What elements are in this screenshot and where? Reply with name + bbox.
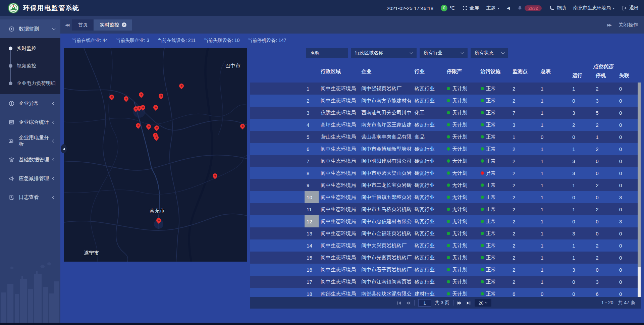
fullscreen-button[interactable]: 全屏	[462, 5, 479, 11]
col-stopped[interactable]: 停机	[594, 72, 617, 83]
tab-close-icon[interactable]: ✕	[122, 22, 126, 27]
table-row[interactable]: 12阆中生态环境局阆中市忠信建材有限公砖瓦行业无计划正常21003	[250, 215, 641, 227]
sidebar-subitem[interactable]: 视频监控	[0, 57, 60, 74]
cell-industry: 砖瓦行业	[413, 179, 445, 191]
pager-divider	[414, 300, 415, 306]
cell-running: 1	[570, 143, 594, 155]
org-dropdown[interactable]: 南充市生态环境局 ▾	[573, 5, 614, 11]
table-row[interactable]: 7阆中生态环境局阆中明阳建材有限公司砖瓦行业无计划正常21300	[250, 155, 641, 167]
name-filter-field[interactable]	[306, 48, 348, 58]
table-row[interactable]: 11阆中生态环境局阆中市五马桥页岩机砖砖瓦行业无计划正常21120	[250, 203, 641, 215]
sidebar-item-enterprise-abnormal[interactable]: 企业异常	[0, 94, 60, 113]
cell-company: 阆中市江南镇阆南页岩	[359, 276, 412, 288]
last-page-button[interactable]	[466, 301, 471, 306]
cell-industry: 砖瓦行业	[413, 83, 445, 95]
table-row[interactable]: 5营山生态环境局营山县润丰肉食品有限食品无计划正常10010	[250, 131, 641, 143]
region-filter-select[interactable]: 行政区域名称	[351, 48, 417, 58]
industry-filter-value: 所有行业	[424, 50, 442, 56]
cell-running: 3	[570, 167, 594, 179]
close-operations-button[interactable]: 关闭操作	[619, 22, 638, 28]
cell-company: 阆中市枣碧大梁山页岩	[359, 167, 412, 179]
table-row[interactable]: 17阆中生态环境局阆中市江南镇阆南页岩砖瓦行业无计划正常21030	[250, 276, 641, 288]
status-dot-green	[481, 268, 484, 271]
status-dot-green	[481, 232, 484, 235]
table-row[interactable]: 6阆中生态环境局阆中市金博瑞新型墙材砖瓦行业无计划正常21120	[250, 143, 641, 155]
cell-industry: 砖瓦行业	[413, 203, 445, 215]
table-row[interactable]: 4高坪生态环境局南充市高坪区王家店建砖瓦行业无计划正常31220	[250, 119, 641, 131]
cell-stopped: 0	[594, 155, 617, 167]
cell-industry: 砖瓦行业	[413, 119, 445, 131]
notifications[interactable]: 2632	[517, 5, 542, 11]
help-button[interactable]: 帮助	[549, 5, 566, 11]
table-row[interactable]: 18南部生态环境局南部县砌块水泥有限公建材行业无计划正常60060	[250, 288, 641, 297]
col-meters[interactable]: 总表	[539, 60, 570, 83]
status-filter-select[interactable]: 所有状态	[471, 48, 508, 58]
name-filter-input[interactable]	[310, 50, 344, 56]
table-row[interactable]: 8阆中生态环境局阆中市枣碧大梁山页岩砖瓦行业无计划异常21300	[250, 167, 641, 179]
tabs-scroll-right-icon[interactable]: ▶▶	[607, 23, 611, 27]
col-company[interactable]: 企业	[359, 60, 412, 83]
sidebar-subitem[interactable]: 企业电力负荷明细	[0, 74, 60, 92]
page-number-input[interactable]	[418, 299, 431, 307]
app-title: 环保用电监管系统	[23, 4, 79, 12]
app-logo-icon	[8, 3, 19, 13]
cell-blank	[250, 288, 305, 297]
col-lost[interactable]: 失联	[617, 72, 641, 83]
stat-item: 当前在线企业: 44	[72, 38, 108, 44]
cell-lost: 0	[617, 239, 641, 252]
cell-facility-status: 正常	[479, 276, 511, 288]
sidebar-item-emergency-reduction[interactable]: 应急减排管理	[0, 169, 60, 188]
collapse-left-icon[interactable]: ◀	[507, 6, 510, 10]
sidebar-item-enterprise-statistics[interactable]: 企业综合统计	[0, 113, 60, 131]
industry-filter-select[interactable]: 所有行业	[420, 48, 468, 58]
cell-industry: 砖瓦行业	[413, 191, 445, 203]
col-index	[305, 60, 319, 83]
cell-meters: 1	[539, 215, 570, 227]
sidebar-item-data-monitoring[interactable]: 数据监测	[0, 19, 60, 38]
col-industry[interactable]: 行业	[413, 60, 445, 83]
table-row[interactable]: 10阆中生态环境局阆中千佛镇五郎垭页岩砖瓦行业无计划正常21003	[250, 191, 641, 203]
tabs-scroll-left-icon[interactable]: ◀◀	[65, 23, 69, 27]
sidebar-item-log-view[interactable]: 日志查看	[0, 188, 60, 207]
table-scrollbar[interactable]	[638, 83, 641, 297]
first-page-button[interactable]	[397, 301, 402, 306]
table-row[interactable]: 16阆中生态环境局阆中市石子页岩机砖厂砖瓦行业无计划正常21300	[250, 264, 641, 276]
table-row[interactable]: 13阆中生态环境局阆中市金福旺页岩机砖砖瓦行业无计划正常21300	[250, 227, 641, 239]
next-page-icon	[457, 301, 462, 306]
pager-divider	[453, 300, 453, 306]
cell-meters: 1	[539, 143, 570, 155]
theme-dropdown[interactable]: 主题 ▾	[486, 5, 499, 11]
col-points[interactable]: 监测点	[511, 60, 539, 83]
stat-item: 当前停机设备: 147	[248, 38, 286, 44]
cell-points: 2	[511, 227, 539, 239]
panel-collapse-button[interactable]: ◀	[61, 144, 67, 153]
logout-button[interactable]: 退出	[622, 5, 639, 11]
sidebar-item-base-data[interactable]: 基础数据管理	[0, 150, 60, 169]
sidebar-item-label: 企业综合统计	[19, 119, 53, 125]
table-row[interactable]: 1阆中生态环境局阆中强锐页岩砖厂砖瓦行业无计划正常21120	[250, 83, 641, 95]
table-row[interactable]: 15阆中生态环境局阆中市光富页岩机砖厂砖瓦行业无计划正常21120	[250, 252, 641, 264]
prev-page-button[interactable]	[406, 301, 411, 306]
tab-实时监控[interactable]: 实时监控✕	[94, 19, 132, 31]
col-running[interactable]: 运行	[570, 72, 594, 83]
col-limit[interactable]: 停限产	[445, 60, 478, 83]
sidebar-item-power-analysis[interactable]: 企业用电量分析	[0, 131, 60, 150]
col-facility[interactable]: 治污设施	[479, 60, 511, 83]
page-size-select[interactable]: 20	[475, 299, 491, 307]
next-page-button[interactable]	[457, 301, 462, 306]
table-row[interactable]: 14阆中生态环境局阆中大兴页岩机砖厂砖瓦行业无计划正常21120	[250, 239, 641, 252]
table-row[interactable]: 9阆中生态环境局阆中市二龙长宝页岩砖砖瓦行业无计划正常21120	[250, 179, 641, 191]
cell-region: 营山生态环境局	[319, 131, 359, 143]
table-row[interactable]: 2阆中生态环境局阆中市南方节能建材有砖瓦行业无计划正常21030	[250, 95, 641, 107]
col-region[interactable]: 行政区域	[319, 60, 359, 83]
cell-index: 10	[305, 191, 319, 203]
map-canvas[interactable]: 巴中市南充市遂宁市	[64, 48, 247, 262]
cell-meters: 1	[539, 119, 570, 131]
table-row[interactable]: 3仪陇生态环境局西南油气田分公司川中化工无计划正常71350	[250, 107, 641, 119]
status-dot-green	[447, 208, 450, 211]
tab-首页[interactable]: 首页	[72, 19, 93, 31]
cell-points: 2	[511, 143, 539, 155]
table-scrollbar-thumb[interactable]	[638, 83, 641, 267]
sidebar-subitem[interactable]: 实时监控	[0, 40, 60, 57]
logout-icon	[622, 5, 627, 11]
